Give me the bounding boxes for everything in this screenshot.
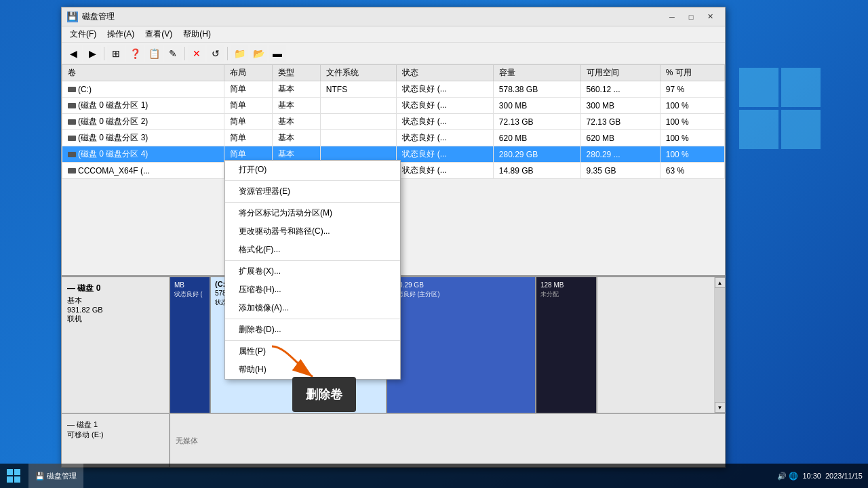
taskbar: 💾 磁盘管理 🔊 🌐 10:30 2023/11/15 xyxy=(0,464,868,488)
cell-status: 状态良好 (... xyxy=(397,114,494,130)
disk1-visual: — 磁盘 1 可移动 (E:) 无媒体 xyxy=(62,413,725,467)
disk0-info-panel: — 磁盘 0 基本 931.82 GB 联机 xyxy=(62,277,170,413)
disk0-status: 联机 xyxy=(67,314,163,324)
folder-open-button[interactable]: 📂 xyxy=(250,45,267,62)
cell-free: 300 MB xyxy=(580,98,660,114)
col-percent: % 可用 xyxy=(660,65,724,81)
cell-free: 620 MB xyxy=(580,130,660,146)
part0-size: MB xyxy=(174,281,205,289)
taskbar-time: 10:30 xyxy=(802,472,821,480)
table-row[interactable]: (磁盘 0 磁盘分区 2)简单基本状态良好 (...72.13 GB72.13 … xyxy=(62,114,725,130)
ctx-extend[interactable]: 扩展卷(X)... xyxy=(225,262,400,281)
start-button[interactable] xyxy=(0,464,27,488)
window-title: 磁盘管理 xyxy=(82,11,663,22)
menu-view[interactable]: 查看(V) xyxy=(140,27,178,41)
toolbar-separator-2 xyxy=(184,47,185,60)
restore-button[interactable]: □ xyxy=(682,10,701,24)
folder-button[interactable]: 📁 xyxy=(231,45,248,62)
partition-block-0[interactable]: MB 状态良好 ( xyxy=(170,277,211,413)
windows-logo-decoration xyxy=(739,68,841,203)
taskbar-date: 2023/11/15 xyxy=(825,472,863,480)
cell-free: 560.12 ... xyxy=(580,81,660,98)
ctx-mark-active[interactable]: 将分区标记为活动分区(M) xyxy=(225,204,400,222)
cell-status: 状态良好 (... xyxy=(397,81,494,98)
cell-type: 基本 xyxy=(272,98,320,114)
col-type: 类型 xyxy=(272,65,320,81)
show-panel-button[interactable]: ⊞ xyxy=(107,45,125,62)
cell-layout: 简单 xyxy=(224,98,272,114)
cell-free: 72.13 GB xyxy=(580,114,660,130)
disk1-info-panel: — 磁盘 1 可移动 (E:) xyxy=(62,414,170,467)
scroll-track xyxy=(715,288,725,402)
disk0-type: 基本 xyxy=(67,296,163,306)
cell-capacity: 280.29 GB xyxy=(493,146,580,163)
ctx-sep-3 xyxy=(225,260,400,261)
cell-filesystem xyxy=(320,114,397,130)
close-button[interactable]: ✕ xyxy=(701,10,719,24)
cell-type: 基本 xyxy=(272,81,320,98)
cell-status: 状态良好 (... xyxy=(397,98,494,114)
disk-management-window: 💾 磁盘管理 ─ □ ✕ 文件(F) 操作(A) 查看(V) 帮助(H) ◀ ▶… xyxy=(61,7,726,468)
refresh-button[interactable]: ↺ xyxy=(207,45,224,62)
scroll-up[interactable]: ▲ xyxy=(715,277,726,288)
toolbar-separator-1 xyxy=(104,47,104,60)
taskbar-item-label: 💾 磁盘管理 xyxy=(35,471,77,481)
ctx-sep-2 xyxy=(225,202,400,203)
part2-status: 状态良好 (主分区) xyxy=(391,290,531,299)
part3-status: 未分配 xyxy=(540,290,592,299)
ctx-delete-volume[interactable]: 删除卷(D)... xyxy=(225,321,400,339)
table-row[interactable]: (磁盘 0 磁盘分区 1)简单基本状态良好 (...300 MB300 MB10… xyxy=(62,98,725,114)
ctx-add-mirror[interactable]: 添加镜像(A)... xyxy=(225,299,400,317)
col-freespace: 可用空间 xyxy=(580,65,660,81)
help-toolbar-button[interactable]: ❓ xyxy=(126,45,144,62)
scroll-down[interactable]: ▼ xyxy=(715,402,726,413)
back-button[interactable]: ◀ xyxy=(64,45,82,62)
cell-free: 9.35 GB xyxy=(580,163,660,179)
new-window-button[interactable]: ✎ xyxy=(164,45,182,62)
cell-capacity: 14.89 GB xyxy=(493,163,580,179)
cell-capacity: 620 MB xyxy=(493,130,580,146)
menu-file[interactable]: 文件(F) xyxy=(64,27,102,41)
tray-icons: 🔊 🌐 xyxy=(777,472,798,481)
table-row[interactable]: (C:)简单基本NTFS状态良好 (...578.38 GB560.12 ...… xyxy=(62,81,725,98)
cell-filesystem: NTFS xyxy=(320,81,397,98)
minimize-pane-button[interactable]: ▬ xyxy=(269,45,286,62)
cell-name: CCCOMA_X64F (... xyxy=(62,163,224,179)
ctx-explorer[interactable]: 资源管理器(E) xyxy=(225,182,400,201)
table-row[interactable]: (磁盘 0 磁盘分区 3)简单基本状态良好 (...620 MB620 MB10… xyxy=(62,130,725,146)
cell-percent: 100 % xyxy=(660,114,724,130)
forward-button[interactable]: ▶ xyxy=(83,45,101,62)
cancel-button[interactable]: ✕ xyxy=(188,45,205,62)
cell-type: 基本 xyxy=(272,130,320,146)
partition-block-3[interactable]: 128 MB 未分配 xyxy=(536,277,597,413)
ctx-format[interactable]: 格式化(F)... xyxy=(225,241,400,259)
minimize-button[interactable]: ─ xyxy=(663,10,682,24)
cell-percent: 100 % xyxy=(660,130,724,146)
disk1-no-media: 无媒体 xyxy=(176,436,198,446)
ctx-open[interactable]: 打开(O) xyxy=(225,161,400,179)
ctx-shrink[interactable]: 压缩卷(H)... xyxy=(225,281,400,299)
disk0-label: — 磁盘 0 xyxy=(67,283,163,294)
cell-percent: 63 % xyxy=(660,163,724,179)
part2-size: 280.29 GB xyxy=(391,281,531,289)
cell-layout: 简单 xyxy=(224,81,272,98)
menu-action[interactable]: 操作(A) xyxy=(102,27,140,41)
disk-scrollbar[interactable]: ▲ ▼ xyxy=(714,277,725,413)
cell-name: (磁盘 0 磁盘分区 2) xyxy=(62,114,224,130)
taskbar-disk-mgmt[interactable]: 💾 磁盘管理 xyxy=(28,464,83,488)
disk0-size: 931.82 GB xyxy=(67,306,163,314)
cell-name: (磁盘 0 磁盘分区 1) xyxy=(62,98,224,114)
cell-name: (C:) xyxy=(62,81,224,98)
menu-help[interactable]: 帮助(H) xyxy=(178,27,216,41)
content-area: 卷 布局 类型 文件系统 状态 容量 可用空间 % 可用 (C:)简单基本NTF… xyxy=(62,64,725,467)
col-status: 状态 xyxy=(397,65,494,81)
cell-status: 状态良好 (... xyxy=(397,146,494,163)
ctx-change-drive[interactable]: 更改驱动器号和路径(C)... xyxy=(225,222,400,241)
properties-button[interactable]: 📋 xyxy=(145,45,163,62)
title-bar: 💾 磁盘管理 ─ □ ✕ xyxy=(62,7,725,26)
partition-block-2[interactable]: 280.29 GB 状态良好 (主分区) xyxy=(387,277,536,413)
cell-free: 280.29 ... xyxy=(580,146,660,163)
cell-layout: 简单 xyxy=(224,130,272,146)
ctx-sep-1 xyxy=(225,180,400,181)
disk1-type: 可移动 (E:) xyxy=(67,430,163,440)
